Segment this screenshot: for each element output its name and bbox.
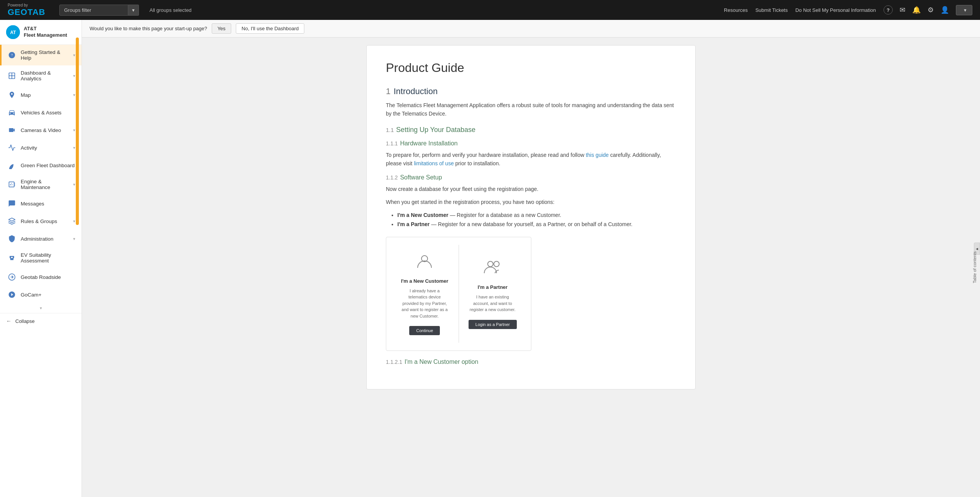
- map-chevron-icon: ▾: [73, 93, 75, 98]
- engine-chevron-icon: ▾: [73, 182, 75, 187]
- bell-icon[interactable]: 🔔: [912, 6, 921, 14]
- this-guide-link[interactable]: this guide: [586, 152, 609, 158]
- sidebar-item-label-getting-started: Getting Started & Help: [21, 49, 69, 61]
- gear-icon[interactable]: ⚙: [928, 6, 934, 14]
- section1-1-2-list: I'm a New Customer — Register for a data…: [397, 211, 676, 229]
- svg-rect-5: [9, 73, 11, 75]
- admin-icon: [8, 235, 16, 243]
- collapse-arrow-icon: ←: [6, 318, 11, 324]
- green-fleet-icon: [8, 161, 16, 169]
- section1-1-num: 1.1: [386, 127, 394, 133]
- groups-filter-wrap: Groups filter ▾: [59, 5, 139, 16]
- help-icon[interactable]: ?: [884, 5, 893, 15]
- admin-chevron-icon: ▾: [73, 236, 75, 241]
- section1-1-title: Setting Up Your Database: [396, 126, 475, 134]
- svg-rect-8: [12, 76, 15, 78]
- rules-chevron-icon: ▾: [73, 219, 75, 224]
- sidebar-item-messages[interactable]: Messages: [0, 195, 82, 212]
- section1-paragraph: The Telematics Fleet Management Applicat…: [386, 101, 676, 118]
- collapse-button[interactable]: ← Collapse: [0, 313, 82, 329]
- groups-filter-button[interactable]: Groups filter: [59, 5, 128, 16]
- reg-login-partner-button[interactable]: Login as a Partner: [469, 320, 517, 329]
- topbar: Powered by GEOTAB Groups filter ▾ All gr…: [0, 0, 980, 20]
- section1-1-2-num: 1.1.2: [386, 174, 398, 181]
- sidebar-item-map[interactable]: Map ▾: [0, 86, 82, 104]
- reg-continue-button[interactable]: Continue: [409, 326, 440, 335]
- sidebar-item-geotab-roadside[interactable]: Geotab Roadside: [0, 268, 82, 286]
- sidebar-item-getting-started[interactable]: ? Getting Started & Help ▾: [0, 45, 82, 65]
- user-dropdown-icon: ▾: [964, 7, 967, 13]
- list-item-new-customer: I'm a New Customer — Register for a data…: [397, 211, 676, 220]
- logo-geotab-text: GEOTAB: [8, 7, 46, 17]
- sidebar-item-gocam[interactable]: GoCam+: [0, 286, 82, 303]
- activity-chevron-icon: ▾: [73, 145, 75, 150]
- topbar-icons: ? ✉ 🔔 ⚙ 👤 ▾: [884, 5, 972, 15]
- user-account-button[interactable]: ▾: [956, 5, 972, 15]
- startup-yes-button[interactable]: Yes: [212, 23, 231, 34]
- section1-1-2-1-heading: 1.1.2.1I'm a New Customer option: [386, 358, 676, 365]
- getting-started-chevron-icon: ▾: [73, 53, 75, 58]
- section1-1-2-p1: Now create a database for your fleet usi…: [386, 185, 676, 193]
- active-highlight-bar: [76, 37, 79, 225]
- reg-option-new-customer: I'm a New Customer I already have a tele…: [394, 245, 456, 343]
- user-icon[interactable]: 👤: [941, 6, 949, 14]
- reg-option1-title: I'm a New Customer: [401, 278, 448, 284]
- reg-divider: [459, 245, 459, 343]
- section1-1-2-p2: When you get started in the registration…: [386, 198, 676, 206]
- section1-1-2-1-num: 1.1.2.1: [386, 359, 402, 365]
- sidebar-item-engine[interactable]: Engine & Maintenance ▾: [0, 174, 82, 195]
- groups-filter-dropdown-arrow[interactable]: ▾: [128, 5, 139, 16]
- collapse-label: Collapse: [15, 318, 35, 324]
- do-not-sell-link[interactable]: Do Not Sell My Personal Information: [795, 7, 876, 13]
- list-item-partner-text: — Register for a new database for yourse…: [430, 221, 632, 227]
- list-item-new-customer-text: — Register for a database as a new Custo…: [448, 212, 561, 218]
- brand-name-line1: AT&T: [24, 26, 67, 32]
- sidebar-item-label-geotab-roadside: Geotab Roadside: [21, 274, 75, 280]
- section1-1-1-paragraph: To prepare for, perform and verify your …: [386, 151, 676, 168]
- section1-1-2-title: Software Setup: [400, 174, 442, 181]
- submit-tickets-link[interactable]: Submit Tickets: [755, 7, 788, 13]
- toc-label[interactable]: Table of contents: [972, 251, 977, 283]
- sidebar-item-label-green-fleet: Green Fleet Dashboard: [21, 163, 75, 168]
- sidebar-item-label-ev: EV Suitability Assessment: [21, 252, 75, 264]
- svg-point-12: [494, 261, 499, 267]
- section1-title: Introduction: [394, 86, 438, 96]
- startup-question: Would you like to make this page your st…: [90, 26, 207, 31]
- limitations-link[interactable]: limitations of use: [414, 160, 454, 166]
- sidebar-item-green-fleet[interactable]: Green Fleet Dashboard: [0, 156, 82, 174]
- nav-list: ? Getting Started & Help ▾ Dashboard & A…: [0, 45, 82, 303]
- registration-card-image: I'm a New Customer I already have a tele…: [386, 237, 531, 351]
- getting-started-icon: ?: [8, 51, 16, 59]
- sidebar: AT AT&T Fleet Management ? Getting Start…: [0, 20, 82, 497]
- section1-heading: 1Introduction: [386, 86, 676, 96]
- brand-name: AT&T Fleet Management: [24, 26, 67, 39]
- scroll-indicator: ▾: [0, 303, 82, 313]
- roadside-icon: [8, 273, 16, 281]
- sidebar-item-label-dashboard: Dashboard & Analytics: [21, 70, 69, 81]
- svg-rect-6: [12, 73, 15, 75]
- doc-card: Product Guide 1Introduction The Telemati…: [366, 45, 696, 389]
- doc-title: Product Guide: [386, 61, 676, 75]
- section1-1-2-1-title: I'm a New Customer option: [405, 358, 478, 365]
- logo-tab: TAB: [28, 7, 46, 17]
- dashboard-chevron-icon: ▾: [73, 73, 75, 78]
- sidebar-item-vehicles[interactable]: Vehicles & Assets: [0, 104, 82, 121]
- engine-icon: [8, 180, 16, 189]
- list-item-new-customer-bold: I'm a New Customer: [397, 212, 448, 218]
- startup-no-button[interactable]: No, I'll use the Dashboard: [236, 23, 304, 34]
- sidebar-item-dashboard[interactable]: Dashboard & Analytics ▾: [0, 65, 82, 86]
- resources-link[interactable]: Resources: [724, 7, 748, 13]
- messages-icon: [8, 199, 16, 208]
- logo-geo: GEO: [8, 7, 28, 17]
- sidebar-item-activity[interactable]: Activity ▾: [0, 139, 82, 156]
- reg-option-partner: I'm a Partner I have an existing account…: [462, 251, 524, 337]
- sidebar-item-cameras[interactable]: Cameras & Video ▾: [0, 121, 82, 139]
- sidebar-item-rules[interactable]: Rules & Groups ▾: [0, 212, 82, 230]
- mail-icon[interactable]: ✉: [900, 6, 905, 14]
- sidebar-item-label-messages: Messages: [21, 201, 75, 207]
- sidebar-item-admin[interactable]: Administration ▾: [0, 230, 82, 248]
- section1-1-1-p1c-text: prior to installation.: [455, 160, 500, 166]
- sidebar-item-label-activity: Activity: [21, 145, 69, 151]
- logo-powered-text: Powered by: [8, 3, 46, 7]
- sidebar-item-ev[interactable]: EV Suitability Assessment: [0, 248, 82, 268]
